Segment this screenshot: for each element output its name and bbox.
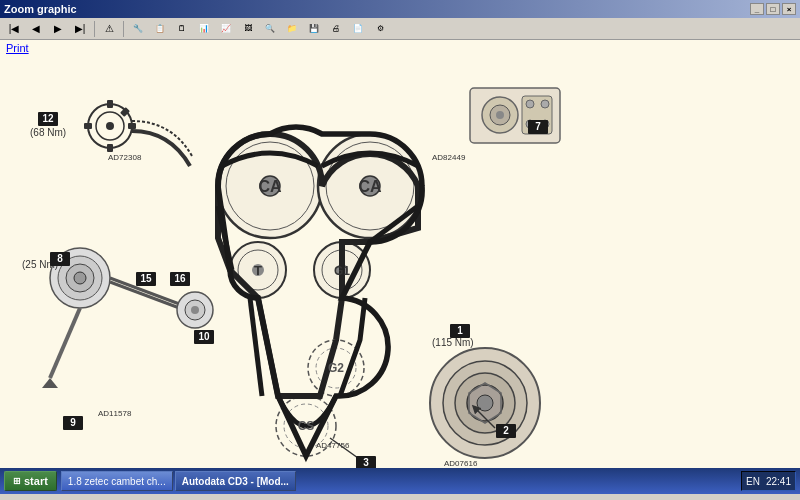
svg-point-8 <box>106 122 114 130</box>
tool9-icon[interactable]: 💾 <box>304 20 324 38</box>
svg-text:CS: CS <box>298 419 315 433</box>
svg-text:AD72308: AD72308 <box>108 153 142 162</box>
svg-text:G1: G1 <box>334 264 350 278</box>
minimize-button[interactable]: _ <box>750 3 764 15</box>
svg-rect-6 <box>84 123 92 129</box>
svg-rect-4 <box>107 144 113 152</box>
diagram-svg: 12 (68 Nm) AD72308 7 AD82449 (25 Nm) 8 1… <box>0 58 800 494</box>
window-title: Zoom graphic <box>4 3 77 15</box>
nav-next-icon[interactable]: ▶ <box>48 20 68 38</box>
svg-text:(68 Nm): (68 Nm) <box>30 127 66 138</box>
svg-point-15 <box>541 100 549 108</box>
svg-text:9: 9 <box>70 417 76 428</box>
taskbar-item-2[interactable]: Autodata CD3 - [Mod... <box>175 471 296 491</box>
close-button[interactable]: × <box>782 3 796 15</box>
maximize-button[interactable]: □ <box>766 3 780 15</box>
tool3-icon[interactable]: 🗒 <box>172 20 192 38</box>
svg-text:AD07616: AD07616 <box>444 459 478 468</box>
print-link[interactable]: Print <box>0 40 800 58</box>
svg-text:CA: CA <box>358 178 382 195</box>
main-content: 12 (68 Nm) AD72308 7 AD82449 (25 Nm) 8 1… <box>0 58 800 494</box>
tool5-icon[interactable]: 📈 <box>216 20 236 38</box>
svg-text:T: T <box>254 263 262 278</box>
toolbar: |◀ ◀ ▶ ▶| ⚠ 🔧 📋 🗒 📊 📈 🖼 🔍 📁 💾 🖨 📄 ⚙ <box>0 18 800 40</box>
svg-point-49 <box>477 395 493 411</box>
tool2-icon[interactable]: 📋 <box>150 20 170 38</box>
tool7-icon[interactable]: 🔍 <box>260 20 280 38</box>
svg-text:10: 10 <box>198 331 210 342</box>
svg-text:G2: G2 <box>328 361 344 375</box>
svg-text:AD47756: AD47756 <box>316 441 350 450</box>
title-bar-buttons: _ □ × <box>750 3 796 15</box>
tool1-icon[interactable]: 🔧 <box>128 20 148 38</box>
taskbar-items: 1.8 zetec cambet ch... Autodata CD3 - [M… <box>61 471 741 491</box>
tool6-icon[interactable]: 🖼 <box>238 20 258 38</box>
separator-1 <box>94 21 95 37</box>
start-button[interactable]: ⊞ start <box>4 471 57 491</box>
svg-text:1: 1 <box>457 325 463 336</box>
tool4-icon[interactable]: 📊 <box>194 20 214 38</box>
svg-point-21 <box>74 272 86 284</box>
svg-text:15: 15 <box>140 273 152 284</box>
svg-rect-5 <box>128 123 136 129</box>
nav-first-icon[interactable]: |◀ <box>4 20 24 38</box>
taskbar-item-1[interactable]: 1.8 zetec cambet ch... <box>61 471 173 491</box>
svg-point-14 <box>526 100 534 108</box>
warning-icon[interactable]: ⚠ <box>99 20 119 38</box>
tool10-icon[interactable]: 🖨 <box>326 20 346 38</box>
svg-rect-0 <box>0 58 800 494</box>
nav-last-icon[interactable]: ▶| <box>70 20 90 38</box>
svg-text:AD11578: AD11578 <box>98 409 132 418</box>
svg-text:CA: CA <box>258 178 282 195</box>
svg-text:8: 8 <box>57 253 63 264</box>
svg-text:AD82449: AD82449 <box>432 153 466 162</box>
taskbar: ⊞ start 1.8 zetec cambet ch... Autodata … <box>0 468 800 494</box>
svg-text:16: 16 <box>174 273 186 284</box>
clock: 22:41 <box>766 476 791 487</box>
title-bar: Zoom graphic _ □ × <box>0 0 800 18</box>
svg-text:(115 Nm): (115 Nm) <box>432 337 474 348</box>
tool8-icon[interactable]: 📁 <box>282 20 302 38</box>
separator-2 <box>123 21 124 37</box>
svg-text:12: 12 <box>42 113 54 124</box>
tool11-icon[interactable]: 📄 <box>348 20 368 38</box>
svg-point-26 <box>191 306 199 314</box>
svg-text:7: 7 <box>535 121 541 132</box>
lang-indicator: EN <box>746 476 760 487</box>
tool12-icon[interactable]: ⚙ <box>370 20 390 38</box>
svg-text:3: 3 <box>363 457 369 468</box>
svg-rect-3 <box>107 100 113 108</box>
taskbar-tray: EN 22:41 <box>741 471 796 491</box>
svg-text:2: 2 <box>503 425 509 436</box>
svg-point-12 <box>496 111 504 119</box>
nav-prev-icon[interactable]: ◀ <box>26 20 46 38</box>
